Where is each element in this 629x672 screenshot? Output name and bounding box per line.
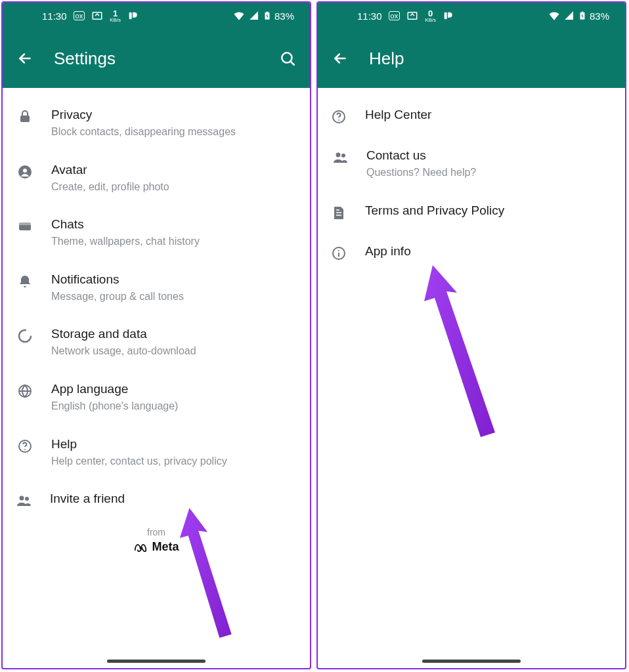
item-subtitle: English (phone's language)	[51, 399, 297, 413]
settings-item-notifications[interactable]: Notifications Message, group & call tone…	[3, 261, 310, 316]
svg-point-15	[25, 497, 29, 501]
settings-item-privacy[interactable]: Privacy Block contacts, disappearing mes…	[3, 96, 310, 151]
settings-item-storage[interactable]: Storage and data Network usage, auto-dow…	[3, 315, 310, 370]
item-title: Notifications	[51, 272, 297, 287]
status-bar: 11:30 ox 1 KB/s 83%	[3, 3, 310, 29]
invite-icon	[16, 492, 50, 509]
doc-icon	[331, 203, 365, 220]
app-bar: Help	[318, 29, 625, 88]
meta-logo-icon	[133, 542, 148, 553]
search-button[interactable]	[277, 48, 298, 69]
svg-point-23	[336, 153, 341, 158]
gesture-bar[interactable]	[107, 660, 206, 663]
item-subtitle: Help center, contact us, privacy policy	[51, 454, 297, 469]
signal-icon	[248, 10, 260, 22]
item-title: Help Center	[365, 108, 612, 122]
item-title: Privacy	[51, 108, 297, 122]
meta-footer: from Meta	[3, 520, 310, 554]
battery-icon	[578, 10, 587, 22]
status-time: 11:30	[42, 10, 67, 22]
help-item-helpcenter[interactable]: Help Center	[318, 96, 625, 136]
back-button[interactable]	[330, 48, 351, 69]
item-title: Help	[51, 437, 297, 452]
item-title: App info	[365, 244, 612, 259]
svg-point-13	[24, 449, 26, 450]
footer-from: from	[3, 527, 310, 537]
footer-brand: Meta	[3, 540, 310, 554]
item-subtitle: Message, group & call tones	[51, 289, 297, 304]
status-d-icon	[443, 10, 453, 21]
status-d-icon	[127, 10, 138, 21]
svg-point-7	[23, 169, 27, 173]
svg-rect-18	[445, 12, 447, 20]
wifi-icon	[548, 9, 561, 22]
settings-item-language[interactable]: App language English (phone's language)	[3, 370, 310, 425]
item-title: Chats	[51, 217, 297, 232]
item-subtitle: Create, edit, profile photo	[51, 180, 297, 194]
svg-point-26	[338, 250, 339, 251]
data-icon	[17, 327, 51, 344]
status-olx-icon: ox	[389, 11, 401, 20]
svg-point-22	[338, 119, 339, 121]
help-item-appinfo[interactable]: App info	[318, 232, 625, 273]
item-title: Terms and Privacy Policy	[365, 203, 612, 218]
settings-item-help[interactable]: Help Help center, contact us, privacy po…	[3, 425, 310, 480]
lock-icon	[17, 108, 51, 125]
back-button[interactable]	[14, 48, 35, 69]
item-subtitle: Network usage, auto-download	[51, 344, 297, 358]
item-title: Contact us	[366, 148, 612, 163]
status-cast-icon	[91, 10, 103, 22]
help-icon	[17, 437, 51, 454]
page-title: Help	[369, 49, 613, 69]
bell-icon	[17, 272, 51, 289]
svg-rect-3	[267, 12, 268, 12]
svg-point-14	[20, 496, 24, 501]
battery-percent: 83%	[590, 10, 609, 22]
settings-item-invite[interactable]: Invite a friend	[3, 480, 310, 520]
status-speed: 0 KB/s	[425, 9, 436, 23]
battery-percent: 83%	[274, 10, 294, 22]
svg-rect-9	[19, 222, 31, 225]
settings-screen: 11:30 ox 1 KB/s 83%	[1, 1, 311, 669]
svg-point-10	[19, 330, 31, 342]
status-bar: 11:30 ox 0 KB/s 83%	[318, 3, 625, 29]
item-title: App language	[51, 382, 297, 396]
svg-rect-5	[20, 116, 30, 122]
item-subtitle: Theme, wallpapers, chat history	[51, 234, 297, 249]
item-subtitle: Questions? Need help?	[366, 165, 612, 180]
settings-item-avatar[interactable]: Avatar Create, edit, profile photo	[3, 151, 310, 206]
help-icon	[331, 108, 365, 125]
help-list: Help Center Contact us Questions? Need h…	[318, 88, 625, 668]
page-title: Settings	[54, 49, 259, 69]
status-olx-icon: ox	[74, 11, 85, 20]
globe-icon	[17, 382, 51, 399]
svg-rect-1	[129, 12, 132, 20]
signal-icon	[563, 10, 575, 22]
app-bar: Settings	[3, 29, 310, 88]
contact-icon	[332, 148, 366, 165]
item-title: Avatar	[51, 163, 297, 177]
chats-icon	[17, 217, 51, 234]
svg-rect-20	[582, 12, 583, 12]
status-cast-icon	[406, 10, 418, 22]
avatar-icon	[17, 163, 51, 180]
item-title: Storage and data	[51, 327, 297, 341]
wifi-icon	[232, 9, 246, 22]
status-time: 11:30	[357, 10, 382, 22]
battery-icon	[263, 10, 272, 22]
help-screen: 11:30 ox 0 KB/s 83%	[316, 1, 626, 669]
info-icon	[331, 244, 365, 261]
settings-list: Privacy Block contacts, disappearing mes…	[3, 88, 310, 668]
item-title: Invite a friend	[50, 492, 297, 506]
help-item-terms[interactable]: Terms and Privacy Policy	[318, 192, 625, 232]
help-item-contactus[interactable]: Contact us Questions? Need help?	[318, 136, 625, 192]
settings-item-chats[interactable]: Chats Theme, wallpapers, chat history	[3, 205, 310, 261]
status-speed: 1 KB/s	[110, 9, 121, 23]
item-subtitle: Block contacts, disappearing messages	[51, 125, 297, 139]
gesture-bar[interactable]	[422, 660, 521, 663]
svg-point-24	[341, 154, 345, 158]
